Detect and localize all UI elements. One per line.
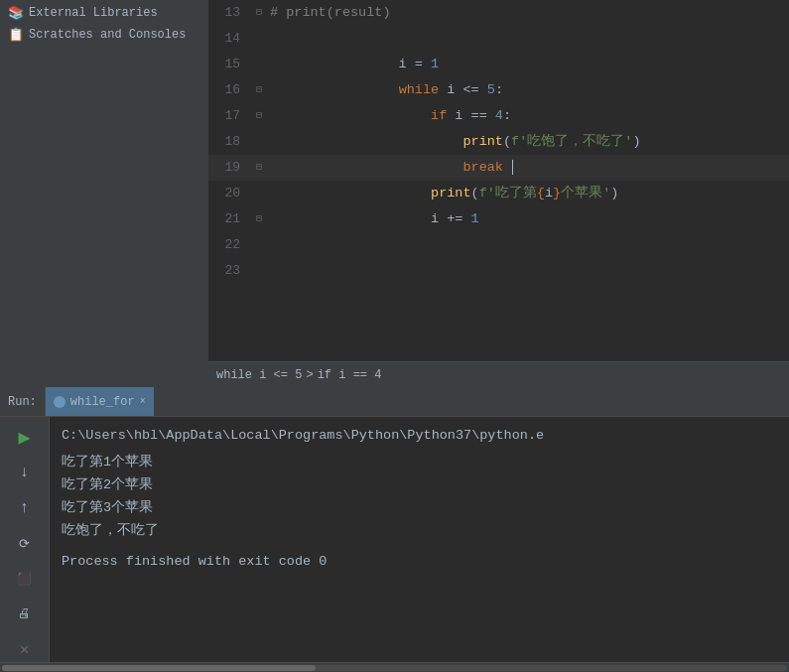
sidebar-item-label: Scratches and Consoles: [29, 28, 186, 42]
sidebar-item-label: External Libraries: [29, 6, 158, 20]
line-number-15: 15: [208, 52, 250, 77]
run-label: Run:: [0, 387, 46, 416]
output-line-1: 吃了第1个苹果: [62, 452, 777, 474]
run-close-button[interactable]: ✕: [12, 636, 38, 662]
run-tab-icon: [54, 396, 66, 408]
line-number-18: 18: [208, 129, 250, 155]
output-line-4: 吃饱了，不吃了: [62, 520, 777, 543]
breadcrumb-while: while i <= 5: [216, 368, 302, 382]
scrollbar-thumb[interactable]: [2, 665, 316, 671]
external-libraries-icon: 📚: [8, 5, 24, 21]
output-line-2: 吃了第2个苹果: [62, 474, 777, 497]
line-number-22: 22: [208, 232, 250, 258]
line-number-16: 16: [208, 77, 250, 103]
line-content-13: # print(result): [268, 0, 789, 26]
code-lines: 13 ⊟ # print(result) 14 15 i = 1: [208, 0, 789, 361]
breadcrumb-if: if i == 4: [318, 368, 382, 382]
scratches-icon: 📋: [8, 27, 24, 43]
console-path: C:\Users\hbl\AppData\Local\Programs\Pyth…: [62, 425, 777, 448]
run-stop-button[interactable]: ⬛: [12, 566, 38, 592]
breadcrumb-bar: while i <= 5 > if i == 4: [208, 361, 789, 387]
output-line-3: 吃了第3个苹果: [62, 497, 777, 520]
run-print-button[interactable]: 🖨: [12, 602, 38, 627]
sidebar: 📚 External Libraries 📋 Scratches and Con…: [0, 0, 208, 387]
sidebar-item-external-libraries[interactable]: 📚 External Libraries: [0, 2, 208, 24]
console-output: C:\Users\hbl\AppData\Local\Programs\Pyth…: [50, 417, 789, 662]
code-line-13: 13 ⊟ # print(result): [208, 0, 789, 26]
line-number-17: 17: [208, 103, 250, 129]
code-body: 13 ⊟ # print(result) 14 15 i = 1: [208, 0, 789, 361]
line-number-14: 14: [208, 26, 250, 52]
scrollbar-track[interactable]: [2, 665, 787, 671]
line-number-21: 21: [208, 206, 250, 232]
run-play-button[interactable]: ▶: [12, 425, 38, 451]
process-finished-line: Process finished with exit code 0: [62, 551, 777, 574]
gutter-21[interactable]: ⊟: [250, 206, 268, 232]
breadcrumb-arrow-1: >: [306, 368, 313, 382]
run-arrow-down-button[interactable]: ↓: [12, 461, 38, 486]
run-tab-name: while_for: [70, 395, 135, 409]
run-tab-while-for[interactable]: while_for ×: [46, 387, 154, 416]
run-panel: Run: while_for × ▶ ↓ ↑ ⟳ ⬛ 🖨 ✕ C:\Users\…: [0, 387, 789, 672]
bottom-scrollbar[interactable]: [0, 662, 789, 672]
run-tab-bar: Run: while_for ×: [0, 387, 789, 417]
sidebar-item-scratches-consoles[interactable]: 📋 Scratches and Consoles: [0, 24, 208, 46]
top-area: 📚 External Libraries 📋 Scratches and Con…: [0, 0, 789, 387]
code-line-21: 21 ⊟ i += 1: [208, 206, 789, 232]
line-number-13: 13: [208, 0, 250, 26]
run-action-bar: ▶ ↓ ↑ ⟳ ⬛ 🖨 ✕: [0, 417, 50, 662]
run-rerun-button[interactable]: ⟳: [12, 531, 38, 557]
line-number-23: 23: [208, 258, 250, 284]
run-content-area: ▶ ↓ ↑ ⟳ ⬛ 🖨 ✕ C:\Users\hbl\AppData\Local…: [0, 417, 789, 662]
gutter-13[interactable]: ⊟: [250, 0, 268, 26]
line-content-21: i += 1: [268, 181, 789, 258]
gutter-19[interactable]: ⊟: [250, 155, 268, 181]
line-number-20: 20: [208, 181, 250, 206]
code-line-23: 23: [208, 258, 789, 284]
gutter-16[interactable]: ⊟: [250, 77, 268, 103]
run-arrow-up-button[interactable]: ↑: [12, 495, 38, 521]
line-number-19: 19: [208, 155, 250, 181]
run-tab-close-button[interactable]: ×: [140, 396, 146, 407]
gutter-17[interactable]: ⊟: [250, 103, 268, 129]
editor-area: 13 ⊟ # print(result) 14 15 i = 1: [208, 0, 789, 387]
